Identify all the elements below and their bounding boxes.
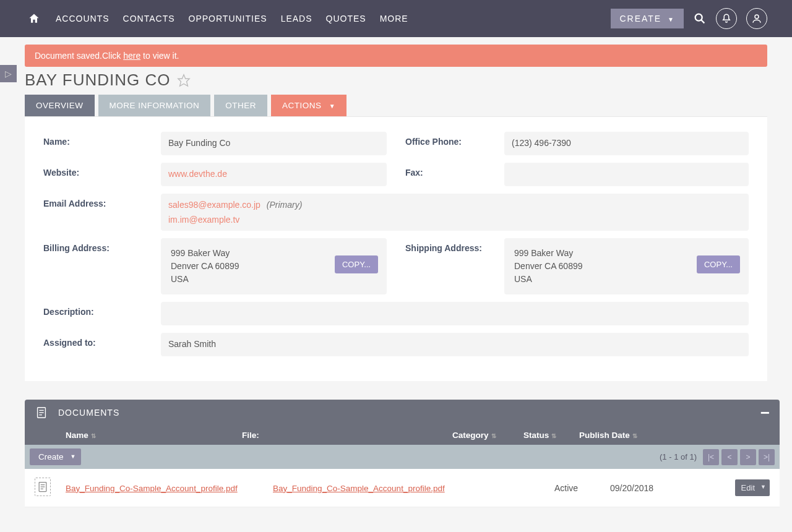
alert-prefix: Document saved.Click (35, 51, 123, 61)
col-status[interactable]: Status⇅ (523, 431, 579, 440)
email-box: sales98@example.co.jp (Primary) im.im@ex… (161, 194, 749, 231)
document-row-status: Active (554, 483, 610, 493)
tab-actions-label: ACTIONS (282, 101, 322, 110)
nav-leads[interactable]: LEADS (281, 14, 312, 24)
documents-columns: Name⇅ File: Category⇅ Status⇅ Publish Da… (25, 426, 780, 445)
col-publish-date[interactable]: Publish Date⇅ (579, 431, 770, 440)
pager-next[interactable]: > (740, 449, 756, 465)
create-document-button[interactable]: Create ▼ (30, 448, 81, 465)
description-label: Description: (43, 302, 161, 325)
shipping-label: Shipping Address: (405, 238, 504, 253)
name-label: Name: (43, 132, 161, 147)
create-button[interactable]: CREATE ▼ (611, 9, 684, 28)
favorite-star-icon[interactable] (177, 74, 191, 87)
svg-point-2 (755, 15, 759, 19)
collapse-icon[interactable]: − (760, 410, 770, 416)
website-value[interactable]: www.devthe.de (161, 163, 387, 186)
name-value: Bay Funding Co (161, 132, 387, 155)
caret-down-icon: ▼ (760, 484, 766, 490)
email-address[interactable]: im.im@example.tv (168, 215, 239, 225)
document-row-file: Bay_Funding_Co-Sample_Account_profile.pd… (273, 483, 483, 493)
email-label: Email Address: (43, 194, 161, 231)
caret-down-icon: ▼ (71, 453, 76, 460)
tab-actions[interactable]: ACTIONS ▼ (271, 95, 346, 116)
document-name-link[interactable]: Bay_Funding_Co-Sample_Account_profile.pd… (66, 484, 238, 493)
pager-text: (1 - 1 of 1) (660, 452, 697, 461)
caret-down-icon: ▼ (668, 16, 675, 23)
pager: (1 - 1 of 1) |< < > >| (656, 449, 775, 465)
create-label: CREATE (619, 14, 661, 24)
sort-icon: ⇅ (632, 432, 637, 439)
col-file[interactable]: File: (242, 431, 452, 440)
svg-marker-3 (178, 74, 189, 85)
alert-link[interactable]: here (123, 51, 140, 61)
description-value (161, 302, 749, 325)
page-title-row: BAY FUNDING CO (25, 71, 767, 90)
document-icon (35, 406, 48, 419)
document-row-name: Bay_Funding_Co-Sample_Account_profile.pd… (66, 483, 273, 493)
email-address[interactable]: sales98@example.co.jp (168, 200, 260, 210)
nav-opportunities[interactable]: OPPORTUNITIES (189, 14, 267, 24)
sort-icon: ⇅ (551, 432, 556, 439)
sort-icon: ⇅ (491, 432, 496, 439)
document-row-actions: Edit ▼ (735, 479, 770, 496)
documents-panel: DOCUMENTS − Name⇅ File: Category⇅ Status… (25, 400, 780, 507)
document-file-link[interactable]: Bay_Funding_Co-Sample_Account_profile.pd… (273, 484, 445, 493)
office-phone-label: Office Phone: (405, 132, 504, 147)
caret-down-icon: ▼ (329, 103, 335, 109)
billing-line3: USA (171, 273, 377, 286)
email-line-secondary: im.im@example.tv (168, 215, 741, 225)
shipping-address: 999 Baker Way Denver CA 60899 USA COPY..… (504, 238, 749, 294)
document-row-icon (35, 478, 66, 498)
pager-last[interactable]: >| (759, 449, 775, 465)
office-phone-value: (123) 496-7390 (504, 132, 749, 155)
detail-tabs: OVERVIEW MORE INFORMATION OTHER ACTIONS … (25, 95, 767, 116)
col-name[interactable]: Name⇅ (35, 431, 242, 440)
fax-value (504, 163, 749, 186)
document-row-date: 09/20/2018 (610, 483, 703, 493)
document-row: Bay_Funding_Co-Sample_Account_profile.pd… (25, 469, 780, 507)
tab-more-information[interactable]: MORE INFORMATION (98, 95, 211, 116)
assigned-label: Assigned to: (43, 333, 161, 356)
nav-accounts[interactable]: ACCOUNTS (56, 14, 110, 24)
shipping-line3: USA (514, 273, 739, 286)
pager-prev[interactable]: < (721, 449, 738, 465)
copy-shipping-button[interactable]: COPY... (697, 255, 740, 273)
email-tag: (Primary) (267, 200, 303, 210)
billing-label: Billing Address: (43, 238, 161, 253)
nav-more[interactable]: MORE (380, 14, 408, 24)
documents-header: DOCUMENTS − (25, 400, 780, 426)
documents-toolbar: Create ▼ (1 - 1 of 1) |< < > >| (25, 445, 780, 469)
fax-label: Fax: (405, 163, 504, 178)
saved-alert: Document saved.Click here to view it. (25, 45, 767, 67)
nav-items: ACCOUNTS CONTACTS OPPORTUNITIES LEADS QU… (56, 14, 408, 24)
email-line-primary: sales98@example.co.jp (Primary) (168, 200, 741, 210)
svg-point-0 (695, 14, 702, 21)
page-title: BAY FUNDING CO (25, 71, 171, 90)
website-label: Website: (43, 163, 161, 178)
search-icon[interactable] (693, 12, 707, 25)
top-nav: ACCOUNTS CONTACTS OPPORTUNITIES LEADS QU… (0, 0, 792, 37)
col-category[interactable]: Category⇅ (452, 431, 523, 440)
tab-other[interactable]: OTHER (214, 95, 267, 116)
billing-address: 999 Baker Way Denver CA 60899 USA COPY..… (161, 238, 387, 294)
alert-suffix: to view it. (140, 51, 179, 61)
pager-first[interactable]: |< (703, 449, 719, 465)
copy-billing-button[interactable]: COPY... (335, 255, 378, 273)
account-detail-card: Name: Bay Funding Co Office Phone: (123)… (25, 116, 767, 381)
assigned-value: Sarah Smith (161, 333, 749, 356)
svg-line-1 (701, 20, 704, 23)
documents-title: DOCUMENTS (58, 408, 119, 418)
home-icon[interactable] (28, 12, 40, 25)
user-icon[interactable] (746, 8, 767, 29)
nav-contacts[interactable]: CONTACTS (123, 14, 175, 24)
tab-overview[interactable]: OVERVIEW (25, 95, 95, 116)
nav-quotes[interactable]: QUOTES (326, 14, 366, 24)
sort-icon: ⇅ (91, 432, 96, 439)
nav-right: CREATE ▼ (611, 8, 767, 29)
edit-document-button[interactable]: Edit ▼ (735, 479, 770, 496)
notifications-icon[interactable] (716, 8, 737, 29)
sidebar-toggle[interactable]: ▷ (0, 65, 17, 82)
